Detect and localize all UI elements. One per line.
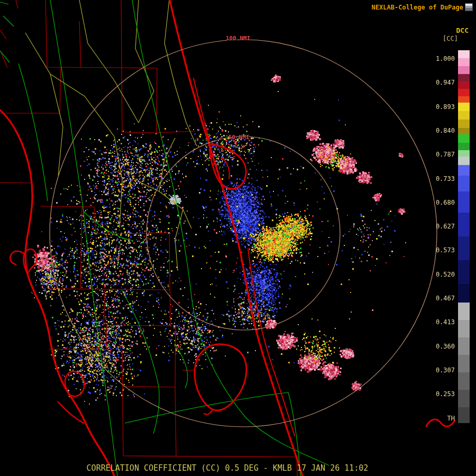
color-scale-segment — [458, 165, 470, 176]
red-squiggle — [426, 419, 455, 426]
color-scale-segment — [458, 111, 470, 120]
color-scale-segment — [458, 157, 470, 165]
color-scale-segment — [458, 150, 470, 157]
color-scale-segment — [458, 134, 470, 143]
color-scale-segment — [458, 260, 470, 284]
color-scale-segment — [458, 66, 470, 74]
site-title: NEXLAB-College of DuPage — [372, 4, 463, 11]
color-scale-segment — [458, 50, 470, 58]
color-scale-segment — [458, 355, 470, 372]
radar-display: 100 NMI 50 NMI NEXLAB-College of DuPage … — [0, 0, 476, 476]
highway-lines-layer — [25, 0, 197, 271]
color-scale-segment — [458, 176, 470, 191]
color-scale-segment — [458, 320, 470, 337]
page-icon — [465, 3, 473, 11]
color-scale-segment — [458, 390, 470, 407]
color-scale-segment — [458, 372, 470, 390]
county-lines-layer — [0, 0, 297, 476]
color-scale-segment — [458, 236, 470, 260]
color-scale-segment — [458, 58, 470, 66]
range-ring-50nmi — [147, 136, 340, 330]
color-scale-segment — [458, 96, 470, 103]
color-scale-segment — [458, 143, 470, 150]
color-scale-segment — [458, 284, 470, 303]
color-scale-segment — [458, 103, 470, 111]
colorbar-subtitle: [CC] — [443, 35, 458, 42]
color-scale — [458, 50, 470, 423]
color-scale-segment — [458, 191, 470, 213]
product-caption: CORRELATION COEFFICIENT (CC) 0.5 DEG - K… — [0, 463, 455, 473]
color-scale-segment — [458, 74, 470, 81]
color-scale-segment — [458, 81, 470, 89]
range-ring-label-50nmi: 50 NMI — [228, 134, 250, 141]
florida-basemap — [0, 0, 476, 476]
range-ring-label-100nmi: 100 NMI — [226, 35, 250, 42]
color-scale-segment — [458, 407, 470, 423]
colorbar-title: DCC — [456, 26, 469, 34]
color-scale-segment — [458, 89, 470, 96]
coastline-layer — [0, 0, 455, 476]
color-scale-segment — [458, 303, 470, 320]
color-scale-segment — [458, 337, 470, 355]
color-scale-segment — [458, 120, 470, 128]
color-scale-segment — [458, 128, 470, 134]
color-scale-segment — [458, 213, 470, 236]
